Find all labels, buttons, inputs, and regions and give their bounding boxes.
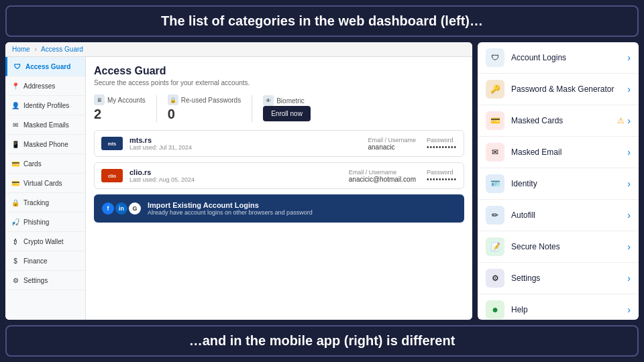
- mobile-item-identity[interactable]: 🪪 Identity ›: [478, 168, 639, 200]
- reused-passwords-count: 0: [168, 107, 241, 122]
- breadcrumb-home[interactable]: Home: [12, 46, 30, 53]
- mobile-item-masked-email[interactable]: ✉ Masked Email ›: [478, 137, 639, 168]
- autofill-icon: ✏: [486, 206, 504, 225]
- account-logins-label: Account Logins: [511, 53, 627, 62]
- mobile-item-help[interactable]: ● Help ›: [478, 294, 639, 320]
- mts-password-group: Password ••••••••••: [427, 137, 457, 151]
- identity-chevron: ›: [627, 178, 631, 189]
- identity-icon: 🪪: [486, 174, 504, 193]
- mts-info: mts.rs Last used: Jul 31, 2024: [129, 136, 361, 151]
- sidebar-item-virtual-cards[interactable]: 💳 Virtual Cards: [5, 174, 85, 193]
- masked-email-chevron: ›: [627, 147, 631, 158]
- stats-row: 🖥 My Accounts 2 🔒 Re-used Passwords 0: [94, 95, 464, 122]
- dashboard-main: Access Guard Secure the access points fo…: [86, 57, 472, 320]
- top-banner: The list of categories in the web dashbo…: [5, 5, 639, 37]
- mts-password-label: Password: [427, 137, 457, 143]
- mts-password-value: ••••••••••: [427, 143, 457, 151]
- clio-email-label: Email / Username: [349, 169, 416, 176]
- masked-cards-chevron: ›: [627, 115, 631, 126]
- breadcrumb-current: Access Guard: [41, 46, 83, 53]
- sidebar-item-tracking[interactable]: 🔒 Tracking: [5, 193, 85, 213]
- import-icons: f in G: [102, 202, 141, 215]
- mts-name: mts.rs: [129, 136, 361, 144]
- facebook-icon: f: [102, 202, 114, 215]
- sidebar-item-masked-phone[interactable]: 📱 Masked Phone: [5, 135, 85, 154]
- sidebar-item-crypto-wallet[interactable]: ₿ Crypto Wallet: [5, 232, 85, 251]
- web-dashboard-panel: Home › Access Guard 🛡 Access Guard 📍 Add…: [5, 42, 472, 320]
- sidebar-label-settings: Settings: [23, 277, 48, 284]
- clio-date: Last used: Aug 05, 2024: [129, 176, 342, 183]
- mobile-item-masked-cards[interactable]: 💳 Masked Cards ⚠ ›: [478, 105, 639, 137]
- identity-label: Identity: [511, 179, 627, 188]
- password-mask-chevron: ›: [627, 84, 631, 95]
- sidebar-label-masked-phone: Masked Phone: [23, 141, 68, 148]
- clio-creds: Email / Username anacicic@hotmail.com Pa…: [349, 169, 457, 183]
- clio-password-label: Password: [427, 169, 457, 176]
- dashboard-subtitle: Secure the access points for your extern…: [94, 79, 464, 86]
- google-icon: G: [129, 202, 141, 215]
- sidebar-item-identity-profiles[interactable]: 👤 Identity Profiles: [5, 96, 85, 115]
- clio-email-value: anacicic@hotmail.com: [349, 176, 416, 183]
- clio-name: clio.rs: [129, 168, 342, 176]
- sidebar: 🛡 Access Guard 📍 Addresses 👤 Identity Pr…: [5, 57, 86, 320]
- sidebar-item-addresses[interactable]: 📍 Addresses: [5, 76, 85, 96]
- sidebar-item-cards[interactable]: 💳 Cards: [5, 154, 85, 174]
- masked-cards-icon: 💳: [486, 111, 504, 130]
- masked-email-label: Masked Email: [511, 147, 627, 157]
- sidebar-label-crypto-wallet: Crypto Wallet: [23, 238, 64, 245]
- bottom-banner-text: …and in the mobile app (right) is differ…: [189, 333, 455, 348]
- mts-email-value: ananacic: [368, 143, 416, 151]
- stat-biometric: 👁 Biometric Enroll now: [263, 95, 311, 121]
- biometric-icon: 👁: [263, 95, 274, 106]
- sidebar-label-access-guard: Access Guard: [25, 63, 70, 70]
- clio-password-value: ••••••••••: [427, 176, 457, 183]
- import-banner[interactable]: f in G Import Existing Account Logins Al…: [94, 194, 464, 223]
- import-text: Import Existing Account Logins Already h…: [148, 201, 313, 216]
- crypto-wallet-icon: ₿: [11, 237, 20, 246]
- my-accounts-count: 2: [94, 107, 146, 122]
- tracking-icon: 🔒: [11, 198, 20, 207]
- mobile-settings-chevron: ›: [627, 273, 631, 284]
- masked-emails-icon: ✉: [11, 120, 20, 129]
- sidebar-item-access-guard[interactable]: 🛡 Access Guard: [5, 57, 85, 76]
- help-label: Help: [511, 305, 627, 314]
- mobile-item-settings[interactable]: ⚙ Settings ›: [478, 263, 639, 294]
- sidebar-label-masked-emails: Masked Emails: [23, 121, 69, 129]
- password-mask-icon: 🔑: [486, 80, 504, 99]
- stat-divider-1: [156, 95, 157, 122]
- sidebar-label-virtual-cards: Virtual Cards: [23, 180, 62, 187]
- account-row-mts[interactable]: mts mts.rs Last used: Jul 31, 2024 Email…: [94, 130, 464, 157]
- mobile-item-account-logins[interactable]: 🛡 Account Logins ›: [478, 42, 639, 74]
- account-logins-icon: 🛡: [486, 48, 504, 67]
- autofill-label: Autofill: [511, 210, 627, 220]
- linkedin-icon: in: [115, 202, 127, 215]
- mobile-item-password-mask[interactable]: 🔑 Password & Mask Generator ›: [478, 74, 639, 105]
- mobile-item-autofill[interactable]: ✏ Autofill ›: [478, 200, 639, 231]
- sidebar-item-phishing[interactable]: 🎣 Phishing: [5, 213, 85, 232]
- sidebar-item-finance[interactable]: $ Finance: [5, 251, 85, 271]
- breadcrumb-separator: ›: [34, 46, 36, 53]
- cards-icon: 💳: [11, 159, 20, 168]
- sidebar-item-masked-emails[interactable]: ✉ Masked Emails: [5, 115, 85, 135]
- main-content: Home › Access Guard 🛡 Access Guard 📍 Add…: [5, 42, 639, 320]
- secure-notes-icon: 📝: [486, 237, 504, 256]
- my-accounts-label: My Accounts: [107, 97, 146, 104]
- dashboard-title: Access Guard: [94, 65, 464, 77]
- account-logins-chevron: ›: [627, 52, 631, 63]
- masked-phone-icon: 📱: [11, 139, 20, 149]
- mts-email-group: Email / Username ananacic: [368, 137, 416, 151]
- biometric-label: Biometric: [276, 97, 305, 105]
- mts-date: Last used: Jul 31, 2024: [129, 144, 361, 151]
- bottom-banner: …and in the mobile app (right) is differ…: [5, 325, 639, 357]
- sidebar-label-identity-profiles: Identity Profiles: [23, 102, 69, 109]
- mobile-list: 🛡 Account Logins › 🔑 Password & Mask Gen…: [478, 42, 639, 320]
- mts-logo: mts: [101, 137, 123, 150]
- stat-my-accounts: 🖥 My Accounts 2: [94, 95, 146, 122]
- enroll-now-button[interactable]: Enroll now: [263, 106, 311, 121]
- account-row-clio[interactable]: clio clio.rs Last used: Aug 05, 2024 Ema…: [94, 162, 464, 189]
- masked-cards-warning-icon: ⚠: [617, 116, 625, 125]
- reused-passwords-label: Re-used Passwords: [181, 97, 241, 104]
- sidebar-item-settings[interactable]: ⚙ Settings: [5, 271, 85, 290]
- mobile-item-secure-notes[interactable]: 📝 Secure Notes ›: [478, 231, 639, 263]
- mobile-settings-icon: ⚙: [486, 269, 504, 288]
